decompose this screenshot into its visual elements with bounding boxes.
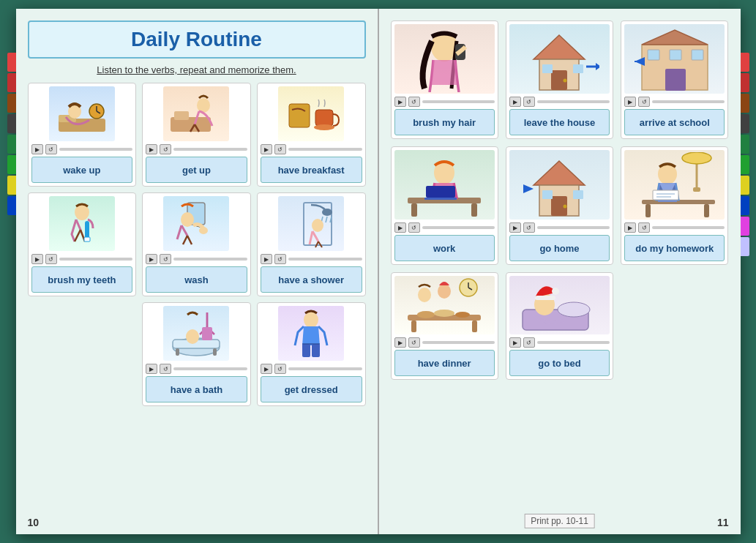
card-go-to-bed: ▶ ↺ go to bed (506, 272, 613, 380)
page-title: Daily Routine (41, 28, 353, 51)
play-btn-leave-house[interactable]: ▶ (509, 97, 521, 107)
svg-rect-31 (302, 344, 310, 357)
card-leave-house: ▶ ↺ leave the house (506, 20, 613, 139)
progress-get-up (173, 148, 247, 151)
label-wake-up: wake up (31, 157, 133, 183)
play-btn-wake-up[interactable]: ▶ (31, 144, 43, 154)
rtab-1 (741, 53, 749, 72)
img-brush-teeth (49, 196, 115, 251)
controls-have-dinner: ▶ ↺ (394, 337, 495, 348)
card-have-breakfast: ▶ ↺ have breakfast (257, 83, 366, 187)
svg-point-19 (322, 209, 332, 216)
tab-3 (7, 94, 16, 113)
rtab-5 (741, 135, 749, 154)
repeat-btn-brush-hair[interactable]: ↺ (408, 97, 420, 107)
repeat-btn-go-home[interactable]: ↺ (523, 222, 535, 233)
label-leave-house: leave the house (509, 109, 610, 135)
svg-rect-71 (653, 190, 678, 200)
repeat-btn-shower[interactable]: ↺ (274, 254, 286, 264)
svg-rect-26 (176, 348, 179, 356)
illustration-brush-hair (404, 26, 484, 92)
tab-8 (7, 196, 16, 215)
play-btn-brush-hair[interactable]: ▶ (394, 97, 406, 107)
svg-point-23 (312, 219, 323, 232)
progress-have-dinner (422, 341, 495, 344)
svg-rect-45 (648, 50, 659, 60)
controls-get-up: ▶ ↺ (146, 144, 247, 154)
img-shower (278, 196, 344, 251)
rtab-4 (741, 114, 749, 133)
illustration-go-to-bed (519, 277, 599, 334)
repeat-btn-leave-house[interactable]: ↺ (523, 97, 535, 107)
label-brush-hair: brush my hair (394, 109, 495, 135)
svg-point-39 (564, 78, 567, 82)
repeat-btn-wake-up[interactable]: ↺ (45, 144, 57, 154)
repeat-btn-work[interactable]: ↺ (408, 222, 420, 233)
svg-point-60 (564, 204, 567, 208)
play-btn-brush-teeth[interactable]: ▶ (31, 254, 43, 264)
controls-shower: ▶ ↺ (261, 254, 362, 264)
empty-col3 (621, 272, 728, 380)
svg-rect-66 (693, 187, 700, 192)
illustration-go-home (519, 152, 599, 218)
play-btn-go-to-bed[interactable]: ▶ (509, 337, 521, 348)
svg-point-11 (314, 124, 334, 130)
svg-point-30 (304, 312, 318, 328)
svg-rect-62 (573, 190, 583, 199)
activities-row3: ▶ ↺ have a bath (28, 302, 366, 406)
card-wash: ▶ ↺ wash (142, 192, 251, 296)
play-btn-work[interactable]: ▶ (394, 222, 406, 233)
svg-rect-52 (411, 203, 417, 217)
progress-go-to-bed (537, 341, 610, 344)
play-btn-get-up[interactable]: ▶ (146, 144, 157, 154)
color-tabs-left (7, 53, 16, 215)
repeat-btn-brush-teeth[interactable]: ↺ (45, 254, 57, 264)
play-btn-wash[interactable]: ▶ (146, 254, 157, 264)
play-btn-have-dinner[interactable]: ▶ (394, 337, 406, 348)
right-row1: ▶ ↺ brush my hair (391, 20, 729, 139)
play-btn-go-home[interactable]: ▶ (509, 222, 521, 233)
card-have-bath: ▶ ↺ have a bath (142, 302, 251, 406)
color-tabs-right (741, 53, 749, 256)
img-wake-up (49, 86, 115, 141)
repeat-btn-get-up[interactable]: ↺ (160, 144, 171, 154)
play-btn-arrive-school[interactable]: ▶ (624, 97, 636, 107)
right-row3: ▶ ↺ have dinner (391, 272, 729, 380)
svg-point-16 (181, 212, 194, 227)
label-wash: wash (146, 266, 247, 293)
page-right: ▶ ↺ brush my hair (379, 9, 741, 534)
repeat-btn-have-dinner[interactable]: ↺ (408, 337, 420, 348)
progress-shower (288, 258, 362, 261)
repeat-btn-arrive-school[interactable]: ↺ (638, 97, 650, 107)
empty-placeholder (28, 302, 137, 406)
card-brush-teeth: ▶ ↺ brush my teeth (28, 192, 137, 296)
play-btn-bath[interactable]: ▶ (146, 364, 157, 374)
repeat-btn-bath[interactable]: ↺ (160, 364, 171, 374)
controls-brush-teeth: ▶ ↺ (31, 254, 133, 264)
play-btn-shower[interactable]: ▶ (261, 254, 272, 264)
play-btn-get-dressed[interactable]: ▶ (261, 364, 272, 374)
svg-rect-68 (645, 204, 651, 217)
svg-marker-42 (596, 63, 599, 70)
tab-4 (7, 114, 16, 133)
img-go-home (509, 150, 610, 220)
svg-rect-14 (84, 237, 90, 241)
play-btn-breakfast[interactable]: ▶ (261, 144, 272, 154)
controls-wash: ▶ ↺ (146, 254, 247, 264)
label-work: work (394, 235, 495, 261)
illustration-have-dinner (404, 277, 484, 334)
subtitle: Listen to the verbs, repeat and memorize… (28, 64, 366, 75)
repeat-btn-go-to-bed[interactable]: ↺ (523, 337, 535, 348)
img-brush-hair (394, 24, 495, 94)
img-wash (163, 196, 229, 251)
play-btn-homework[interactable]: ▶ (624, 222, 636, 233)
repeat-btn-breakfast[interactable]: ↺ (274, 144, 286, 154)
repeat-btn-wash[interactable]: ↺ (160, 254, 171, 264)
svg-rect-88 (535, 296, 555, 300)
repeat-btn-homework[interactable]: ↺ (638, 222, 650, 233)
repeat-btn-get-dressed[interactable]: ↺ (274, 364, 286, 374)
progress-leave-house (537, 100, 610, 103)
img-get-dressed (278, 306, 344, 361)
controls-go-to-bed: ▶ ↺ (509, 337, 610, 348)
svg-marker-44 (642, 30, 708, 45)
